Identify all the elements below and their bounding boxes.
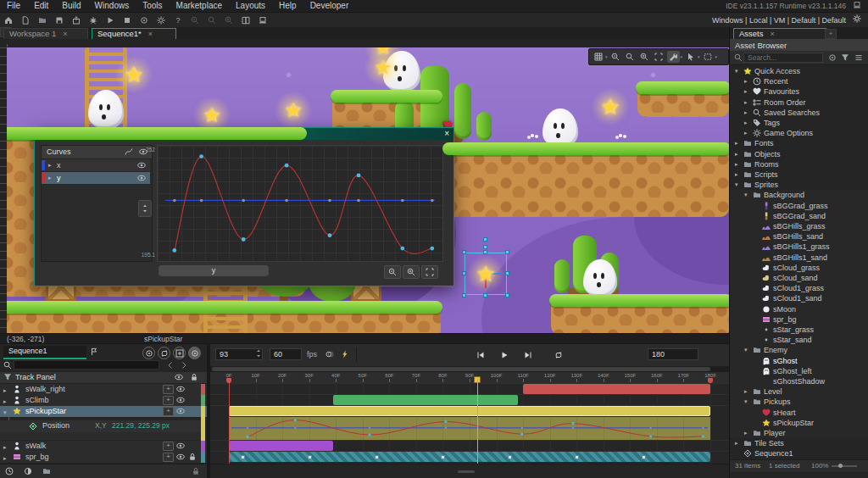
expand-arrow[interactable]: ▸ — [744, 97, 748, 108]
expand-arrow[interactable]: ▸ — [744, 128, 748, 138]
cactus[interactable] — [476, 112, 492, 141]
asset-scloud1_grass[interactable]: sCloud1_grass — [730, 283, 868, 293]
frame-spinner[interactable] — [254, 349, 263, 359]
menu-developer[interactable]: Developer — [303, 0, 356, 11]
asset-background[interactable]: ▾Background — [730, 190, 868, 200]
target-gear-icon[interactable] — [853, 14, 861, 25]
zoomactual-icon[interactable] — [624, 51, 637, 63]
scrollbar-handle[interactable] — [212, 367, 710, 371]
zoomin-icon[interactable] — [638, 51, 651, 63]
keyframe-marker[interactable] — [308, 455, 312, 459]
ghost-sprite[interactable] — [583, 259, 617, 297]
filter-icon[interactable] — [841, 53, 849, 64]
play-button[interactable] — [495, 348, 514, 362]
timeline-ruler[interactable]: 0F10F20F30F40F50F60F70F80F90F100F110F120… — [210, 372, 729, 384]
menu-marketplace[interactable]: Marketplace — [170, 0, 229, 11]
ground-right[interactable] — [551, 294, 729, 333]
help-button[interactable]: ? — [170, 14, 186, 26]
rotate-handle[interactable] — [483, 245, 487, 249]
asset-favourites[interactable]: ▸Favourites — [730, 86, 868, 97]
track-row-sClimb[interactable]: ▸sClimb+ — [0, 395, 207, 407]
asset-quick-access[interactable]: ▾Quick Access — [730, 66, 868, 76]
asset-sghostshadow[interactable]: sGhostShadow — [730, 376, 868, 386]
asset-sstar_grass[interactable]: sStar_grass — [730, 325, 868, 335]
game-options-button[interactable] — [153, 14, 169, 26]
close-icon[interactable]: × — [148, 30, 153, 38]
skip-end-button[interactable] — [519, 348, 537, 362]
asset-fonts[interactable]: ▸Fonts — [730, 138, 868, 148]
resize-handle[interactable] — [458, 470, 475, 473]
asset-tile-sets[interactable]: ▸Tile Sets — [730, 438, 868, 448]
parameter-row-position[interactable]: PositionX,Y221.29, 225.29 px — [0, 420, 201, 432]
track-add-button[interactable]: + — [163, 385, 174, 394]
scale-handle[interactable] — [483, 250, 487, 254]
parameter-value[interactable]: 221.29, 225.29 px — [112, 421, 170, 430]
expand-arrow[interactable]: ▾ — [744, 397, 748, 407]
eye-icon[interactable] — [176, 453, 185, 464]
asset-spr_bg[interactable]: spr_bg — [730, 314, 868, 325]
marquee-icon[interactable] — [702, 51, 715, 63]
asset-room-order[interactable]: ▸Room Order — [730, 97, 868, 108]
keyframe-marker[interactable] — [508, 455, 512, 459]
track-add-button[interactable]: + — [163, 396, 174, 405]
expand-arrow[interactable]: ▸ — [735, 438, 738, 448]
skip-start-button[interactable] — [471, 348, 490, 362]
menu-help[interactable]: Help — [272, 0, 303, 11]
expand-arrow[interactable]: ▾ — [735, 66, 738, 76]
new-tab-button[interactable]: + — [825, 29, 837, 39]
asset-sbghills1_sand[interactable]: sBGHills1_sand — [730, 253, 868, 263]
build-target-text[interactable]: Windows | Local | VM | Default | Default — [712, 16, 846, 25]
manual-button[interactable] — [238, 14, 253, 26]
expand-arrow[interactable]: ▸ — [3, 453, 7, 464]
sequence-length-input[interactable] — [648, 348, 698, 360]
expand-arrow[interactable]: ▾ — [3, 408, 7, 419]
asset-sbghills_grass[interactable]: sBGHills_grass — [730, 221, 868, 231]
asset-rooms[interactable]: ▸Rooms — [730, 159, 868, 170]
asset-player[interactable]: ▸Player — [730, 428, 868, 438]
zoom-slider[interactable] — [832, 465, 857, 467]
close-icon[interactable]: × — [771, 30, 775, 38]
fit-icon[interactable] — [653, 51, 665, 63]
clip-sPickupStar[interactable] — [229, 406, 710, 416]
expanded-curve-region[interactable] — [229, 417, 710, 440]
track-add-button[interactable]: + — [163, 407, 174, 416]
asset-level[interactable]: ▸Level — [730, 386, 868, 397]
monitor-icon[interactable] — [853, 1, 861, 11]
keyframe-marker[interactable] — [241, 455, 245, 459]
asset-pickups[interactable]: ▾Pickups — [730, 397, 868, 407]
rotate-handle[interactable] — [483, 237, 487, 242]
curve-graph-icon[interactable] — [125, 147, 133, 158]
expand-arrow[interactable]: ▸ — [744, 76, 748, 86]
keyframe-marker[interactable] — [575, 455, 579, 459]
clip-sWalk_right[interactable] — [523, 384, 710, 394]
scale-handle[interactable] — [505, 293, 509, 297]
asset-sbghills_sand[interactable]: sBGHills_sand — [730, 231, 868, 242]
tab-sequence1[interactable]: Sequence1 — [3, 346, 86, 359]
track-row-sWalk_right[interactable]: ▸sWalk_right+ — [0, 384, 207, 396]
debug-button[interactable] — [86, 14, 101, 26]
expand-arrow[interactable]: ▾ — [744, 345, 748, 355]
fit-vertical-button[interactable] — [138, 200, 152, 217]
add-marker-button[interactable] — [173, 347, 186, 359]
expand-arrow[interactable]: ▸ — [48, 162, 52, 169]
expand-arrow[interactable]: ▾ — [735, 180, 738, 190]
scale-handle[interactable] — [462, 250, 466, 254]
cursor-icon[interactable] — [684, 51, 697, 63]
expand-arrow[interactable]: ▾ — [744, 190, 748, 200]
asset-sequence1[interactable]: Sequence1 — [730, 448, 868, 459]
asset-sbghills1_grass[interactable]: sBGHills1_grass — [730, 242, 868, 252]
new-project-button[interactable] — [18, 14, 33, 26]
track-row-spr_bg[interactable]: ▸spr_bg+ — [0, 452, 207, 464]
asset-enemy[interactable]: ▾Enemy — [730, 345, 868, 355]
asset-sbggrad_grass[interactable]: sBGGrad_grass — [730, 201, 868, 211]
expand-arrow[interactable]: ▸ — [48, 175, 52, 181]
loop-button[interactable] — [549, 348, 568, 362]
add-asset-icon[interactable] — [828, 53, 837, 64]
expand-arrow[interactable]: ▸ — [744, 108, 748, 118]
cactus[interactable] — [554, 259, 570, 293]
expand-arrow[interactable]: ▸ — [744, 118, 748, 128]
asset-search-input[interactable] — [743, 53, 823, 63]
platform-top-right[interactable] — [637, 81, 729, 117]
asset-scloud1_sand[interactable]: sCloud1_sand — [730, 293, 868, 303]
scale-handle[interactable] — [483, 293, 487, 297]
